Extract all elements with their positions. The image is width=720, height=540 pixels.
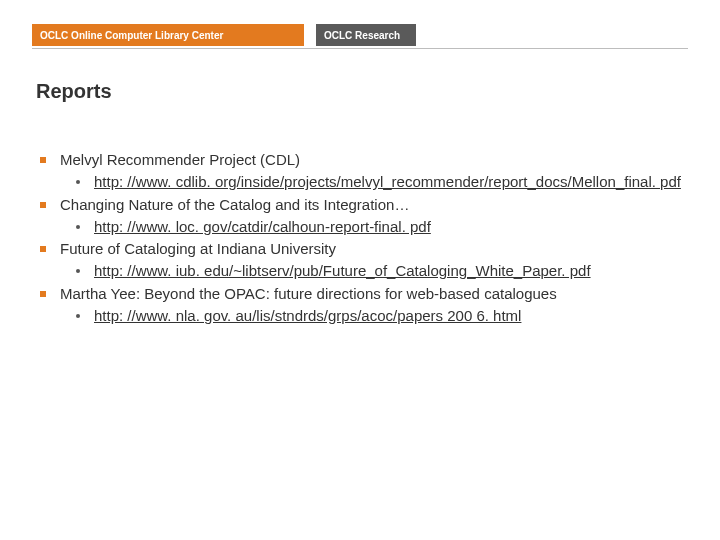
report-link[interactable]: http: //www. nla. gov. au/lis/stndrds/gr…	[94, 307, 521, 324]
report-label: Future of Cataloging at Indiana Universi…	[60, 240, 336, 257]
sub-list: http: //www. nla. gov. au/lis/stndrds/gr…	[60, 306, 684, 326]
sub-list: http: //www. loc. gov/catdir/calhoun-rep…	[60, 217, 684, 237]
report-link[interactable]: http: //www. iub. edu/~libtserv/pub/Futu…	[94, 262, 591, 279]
list-item: Melvyl Recommender Project (CDL) http: /…	[36, 150, 684, 193]
sub-list-item: http: //www. loc. gov/catdir/calhoun-rep…	[60, 217, 684, 237]
header-divider	[32, 48, 688, 49]
sub-list-item: http: //www. cdlib. org/inside/projects/…	[60, 172, 684, 192]
report-label: Changing Nature of the Catalog and its I…	[60, 196, 409, 213]
sub-list: http: //www. iub. edu/~libtserv/pub/Futu…	[60, 261, 684, 281]
sub-list-item: http: //www. iub. edu/~libtserv/pub/Futu…	[60, 261, 684, 281]
report-link[interactable]: http: //www. cdlib. org/inside/projects/…	[94, 173, 681, 190]
sub-list: http: //www. cdlib. org/inside/projects/…	[60, 172, 684, 192]
logo-oclc-research: OCLC Research	[316, 24, 416, 46]
header-bar: OCLC Online Computer Library Center OCLC…	[32, 24, 416, 46]
page-title: Reports	[36, 80, 112, 103]
list-item: Changing Nature of the Catalog and its I…	[36, 195, 684, 238]
report-list-container: Melvyl Recommender Project (CDL) http: /…	[36, 150, 684, 328]
list-item: Future of Cataloging at Indiana Universi…	[36, 239, 684, 282]
list-item: Martha Yee: Beyond the OPAC: future dire…	[36, 284, 684, 327]
sub-list-item: http: //www. nla. gov. au/lis/stndrds/gr…	[60, 306, 684, 326]
report-link[interactable]: http: //www. loc. gov/catdir/calhoun-rep…	[94, 218, 431, 235]
report-label: Melvyl Recommender Project (CDL)	[60, 151, 300, 168]
report-list: Melvyl Recommender Project (CDL) http: /…	[36, 150, 684, 326]
logo-oclc-main: OCLC Online Computer Library Center	[32, 24, 304, 46]
report-label: Martha Yee: Beyond the OPAC: future dire…	[60, 285, 557, 302]
